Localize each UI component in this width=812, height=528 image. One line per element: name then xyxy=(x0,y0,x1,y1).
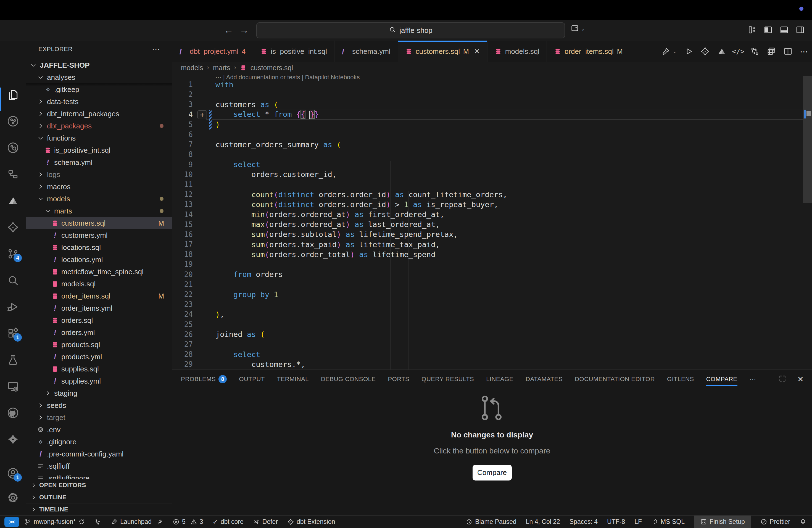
build-hammer-icon[interactable] xyxy=(661,47,670,56)
tree-item-functions[interactable]: functions xyxy=(26,132,172,144)
status-dbt-extension[interactable]: dbt Extension xyxy=(287,518,335,526)
altimate-icon[interactable] xyxy=(717,47,726,56)
status-problems-summary[interactable]: 5 3 xyxy=(173,518,203,526)
tree-item-products.sql[interactable]: products.sql xyxy=(26,339,172,351)
compare-button[interactable]: Compare xyxy=(473,465,512,481)
panel-tab-compare[interactable]: COMPARE xyxy=(706,372,737,386)
tree-item-dbt_internal_packages[interactable]: dbt_internal_packages xyxy=(26,108,172,120)
status-notifications[interactable] xyxy=(800,518,807,525)
tree-item-supplies.yml[interactable]: !supplies.yml xyxy=(26,375,172,387)
status-defer[interactable]: Defer xyxy=(253,518,278,526)
panel-tab-lineage[interactable]: LINEAGE xyxy=(486,372,513,386)
activity-altimate-ai[interactable] xyxy=(7,195,19,207)
code-tag-icon[interactable]: </> xyxy=(734,47,743,56)
tab-order_items.sql[interactable]: order_items.sql M xyxy=(547,41,630,62)
activity-dbt-power-user[interactable] xyxy=(7,221,19,233)
more-actions-icon[interactable]: ⋯ xyxy=(152,44,161,54)
panel-tab-problems[interactable]: PROBLEMS 8 xyxy=(181,372,227,386)
tree-item-models[interactable]: models xyxy=(26,193,172,205)
tree-item-is_positive_int.sql[interactable]: is_positive_int.sql xyxy=(26,144,172,156)
breadcrumb-item[interactable]: customers.sql xyxy=(250,64,293,72)
activity-dbt-lineage[interactable] xyxy=(7,115,19,127)
activity-extensions[interactable]: 1 xyxy=(7,327,19,339)
section-outline[interactable]: OUTLINE xyxy=(26,491,172,503)
status-indentation[interactable]: Spaces: 4 xyxy=(569,518,598,526)
tree-item-models.sql[interactable]: models.sql xyxy=(26,278,172,290)
tree-item-.gitkeep[interactable]: .gitkeep xyxy=(26,84,172,96)
toggle-sidebar-left-icon[interactable] xyxy=(764,25,773,34)
tree-item-target[interactable]: target xyxy=(26,411,172,424)
activity-dbt-lineage-explorer[interactable] xyxy=(7,142,19,154)
panel-tab--[interactable]: ··· xyxy=(750,372,756,386)
status-cursor-position[interactable]: Ln 4, Col 22 xyxy=(526,518,560,526)
status-gitlens-blame[interactable]: Blame Paused xyxy=(466,518,517,526)
tree-item-analyses[interactable]: analyses xyxy=(26,71,172,84)
activity-testing[interactable] xyxy=(7,354,19,366)
panel-tab-debug-console[interactable]: DEBUG CONSOLE xyxy=(321,372,376,386)
query-results-icon[interactable] xyxy=(767,47,776,56)
activity-accounts[interactable]: 1 xyxy=(7,467,19,480)
panel-tab-ports[interactable]: PORTS xyxy=(388,372,409,386)
status-dbt-core[interactable]: ✓ dbt core xyxy=(213,518,244,526)
section-timeline[interactable]: TIMELINE xyxy=(26,503,172,515)
command-center-search[interactable]: jaffle-shop xyxy=(256,23,565,39)
section-open-editors[interactable]: OPEN EDITORS xyxy=(26,479,172,491)
tree-item-JAFFLE-SHOP[interactable]: JAFFLE-SHOP xyxy=(26,59,172,71)
close-panel-icon[interactable]: ✕ xyxy=(797,375,804,384)
tree-item-locations.yml[interactable]: !locations.yml xyxy=(26,253,172,266)
activity-dbt-extension[interactable] xyxy=(7,433,19,445)
breadcrumb-item[interactable]: marts xyxy=(213,64,230,72)
tab-customers.sql[interactable]: customers.sql M ✕ xyxy=(398,41,488,62)
editor-scrollbar[interactable] xyxy=(803,70,812,369)
tree-item-.pre-commit-config.yaml[interactable]: !.pre-commit-config.yaml xyxy=(26,448,172,460)
breadcrumb-item[interactable]: models xyxy=(181,64,203,72)
tab-models.sql[interactable]: models.sql xyxy=(488,41,547,62)
panel-tab-output[interactable]: OUTPUT xyxy=(239,372,265,386)
git-compare-icon[interactable] xyxy=(750,47,759,56)
activity-query-flow[interactable] xyxy=(7,168,19,180)
tab-schema.yml[interactable]: ! schema.yml xyxy=(334,41,398,62)
toggle-panel-icon[interactable] xyxy=(779,25,789,34)
activity-run-and-debug[interactable] xyxy=(7,301,19,313)
tree-item-orders.sql[interactable]: orders.sql xyxy=(26,314,172,326)
tree-item-dbt_packages[interactable]: dbt_packages xyxy=(26,120,172,132)
panel-tab-terminal[interactable]: TERMINAL xyxy=(277,372,309,386)
remote-indicator[interactable]: >< xyxy=(4,517,19,527)
tree-item-marts[interactable]: marts xyxy=(26,205,172,217)
tree-item-.sqlfluff[interactable]: .sqlfluff xyxy=(26,460,172,472)
panel-tab-datamates[interactable]: DATAMATES xyxy=(526,372,563,386)
tree-item-.gitignore[interactable]: .gitignore xyxy=(26,436,172,448)
status-encoding[interactable]: UTF-8 xyxy=(607,518,625,526)
tree-item-schema.yml[interactable]: !schema.yml xyxy=(26,156,172,168)
customize-layout-icon[interactable] xyxy=(748,25,757,34)
tree-item-products.yml[interactable]: !products.yml xyxy=(26,351,172,363)
tree-item-orders.yml[interactable]: !orders.yml xyxy=(26,326,172,339)
tree-item-macros[interactable]: macros xyxy=(26,180,172,193)
add-block-button[interactable]: + xyxy=(198,111,207,119)
tab-is_positive_int.sql[interactable]: is_positive_int.sql xyxy=(253,41,334,62)
tab-dbt_project.yml[interactable]: ! dbt_project.yml 4 xyxy=(172,41,253,62)
tree-item-metricflow_time_spine.sql[interactable]: metricflow_time_spine.sql xyxy=(26,266,172,278)
activity-remote-explorer[interactable] xyxy=(7,380,19,392)
scrollbar-thumb[interactable] xyxy=(803,76,812,203)
tree-item-logs[interactable]: logs xyxy=(26,168,172,180)
run-play-icon[interactable] xyxy=(684,47,693,56)
tree-item-customers.sql[interactable]: customers.sql M xyxy=(26,217,172,229)
activity-search[interactable] xyxy=(7,274,19,287)
tree-item-.env[interactable]: .env xyxy=(26,424,172,436)
tree-item-data-tests[interactable]: data-tests xyxy=(26,96,172,108)
tree-item-supplies.sql[interactable]: supplies.sql xyxy=(26,363,172,375)
maximize-panel-icon[interactable] xyxy=(779,375,786,384)
status-lineage-status[interactable] xyxy=(95,518,101,525)
forward-arrow-icon[interactable]: → xyxy=(238,24,250,36)
back-arrow-icon[interactable]: ← xyxy=(222,24,235,36)
code-content[interactable]: 1 with 2 3 customers as ( 4 + select * f… xyxy=(172,79,812,369)
activity-settings[interactable] xyxy=(7,492,19,504)
dbt-power-user-icon[interactable] xyxy=(700,47,710,56)
status-language-mode[interactable]: MS SQL xyxy=(651,518,685,526)
activity-source-control[interactable]: 4 xyxy=(7,248,19,260)
close-icon[interactable]: ✕ xyxy=(474,47,480,56)
tree-item-locations.sql[interactable]: locations.sql xyxy=(26,241,172,253)
toggle-sidebar-right-icon[interactable] xyxy=(795,25,805,34)
more-actions-icon[interactable]: ⋯ xyxy=(800,47,808,56)
